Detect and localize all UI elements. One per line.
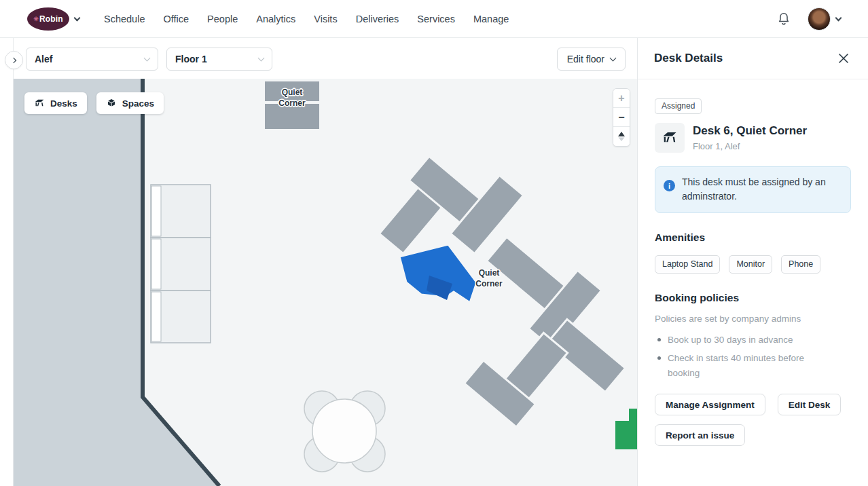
chevron-down-icon	[144, 54, 151, 61]
desks-toggle-label: Desks	[50, 98, 77, 109]
svg-text:Corner: Corner	[475, 279, 503, 288]
zone-quiet-corner: Quiet Corner	[265, 81, 319, 129]
amenity-chip: Laptop Stand	[655, 255, 720, 274]
nav-item-services[interactable]: Services	[417, 14, 455, 24]
info-icon: i	[664, 180, 675, 191]
floor-area	[143, 79, 637, 486]
amenities-list: Laptop Stand Monitor Phone	[655, 255, 851, 274]
desk-icon	[34, 98, 45, 109]
zoom-in-button[interactable]: +	[613, 89, 630, 108]
status-badge: Assigned	[655, 98, 702, 114]
map-toolbar: Alef Floor 1 Edit floor	[14, 38, 637, 79]
edit-floor-button[interactable]: Edit floor	[557, 48, 626, 71]
amenity-chip: Monitor	[729, 255, 772, 274]
report-issue-button[interactable]: Report an issue	[655, 424, 745, 446]
panel-header: Desk Details	[638, 38, 868, 79]
chevron-down-icon	[610, 55, 617, 62]
layer-toggles: Desks Spaces	[24, 92, 164, 114]
policy-item: Book up to 30 days in advance	[655, 333, 828, 348]
building-select[interactable]: Alef	[26, 48, 158, 71]
close-icon	[838, 53, 849, 64]
wall-furniture	[151, 185, 211, 343]
round-table	[304, 391, 385, 472]
svg-text:Quiet: Quiet	[479, 268, 500, 278]
org-switcher[interactable]: ✳ Robin	[27, 7, 79, 31]
close-panel-button[interactable]	[835, 50, 852, 67]
policies-list: Book up to 30 days in advance Check in s…	[655, 333, 851, 381]
policies-subtitle: Policies are set by company admins	[655, 314, 851, 324]
map-zoom-controls: + −	[613, 88, 630, 147]
zoom-out-button[interactable]: −	[613, 108, 630, 127]
policy-item: Check in starts 40 minutes before bookin…	[655, 351, 828, 381]
amenities-title: Amenities	[655, 231, 851, 244]
amenity-chip: Phone	[781, 255, 820, 274]
desk-details-panel: Desk Details Assigned Desk 6, Quiet Corn…	[637, 38, 868, 486]
nav-item-deliveries[interactable]: Deliveries	[356, 14, 399, 24]
desk-summary: Desk 6, Quiet Corner Floor 1, Alef	[655, 123, 851, 153]
building-select-value: Alef	[35, 54, 52, 64]
floor-select-value: Floor 1	[175, 54, 207, 64]
desk-icon	[662, 130, 678, 146]
nav-item-office[interactable]: Office	[163, 14, 189, 24]
logo-spark-icon: ✳	[33, 16, 39, 22]
robin-logo: ✳ Robin	[27, 7, 69, 31]
nav-item-schedule[interactable]: Schedule	[104, 14, 145, 24]
bell-icon[interactable]	[776, 11, 791, 27]
admin-assignment-notice: i This desk must be assigned by an admin…	[655, 166, 851, 213]
desks-toggle-button[interactable]: Desks	[24, 92, 87, 114]
cube-icon	[106, 98, 117, 109]
chevron-down-icon	[258, 54, 265, 61]
edit-desk-button[interactable]: Edit Desk	[778, 394, 842, 415]
floor-map[interactable]: Quiet Corner	[14, 79, 637, 486]
recenter-button[interactable]	[613, 127, 630, 146]
policies-title: Booking policies	[655, 292, 851, 304]
desk-tile	[655, 123, 685, 153]
recenter-icon	[617, 132, 626, 141]
desk-location: Floor 1, Alef	[693, 141, 807, 151]
info-message: This desk must be assigned by an adminst…	[682, 175, 841, 204]
expand-sidebar-button[interactable]	[5, 51, 23, 69]
panel-title: Desk Details	[654, 52, 723, 65]
top-nav: ✳ Robin Schedule Office People Analytics…	[0, 0, 868, 38]
chevron-down-icon	[835, 14, 842, 21]
desk-name: Desk 6, Quiet Corner	[693, 124, 807, 138]
nav-item-people[interactable]: People	[207, 14, 238, 24]
spaces-toggle-button[interactable]: Spaces	[96, 92, 164, 114]
user-menu[interactable]	[808, 7, 841, 31]
nav-item-visits[interactable]: Visits	[314, 14, 337, 24]
svg-text:Quiet: Quiet	[282, 88, 303, 97]
manage-assignment-button[interactable]: Manage Assignment	[655, 394, 765, 415]
chevron-right-icon	[10, 57, 16, 62]
nav-item-analytics[interactable]: Analytics	[256, 14, 295, 24]
logo-text: Robin	[39, 14, 63, 24]
floor-select[interactable]: Floor 1	[166, 48, 272, 71]
svg-text:Corner: Corner	[278, 98, 306, 108]
nav-item-manage[interactable]: Manage	[473, 14, 509, 24]
main-nav: Schedule Office People Analytics Visits …	[104, 14, 509, 24]
floor-plan-svg: Quiet Corner	[14, 79, 637, 486]
chevron-down-icon	[74, 14, 81, 21]
collapsed-sidebar-rail	[0, 38, 14, 486]
nav-right	[776, 7, 841, 31]
spaces-toggle-label: Spaces	[122, 98, 154, 109]
avatar	[808, 7, 831, 31]
edit-floor-label: Edit floor	[567, 54, 604, 64]
